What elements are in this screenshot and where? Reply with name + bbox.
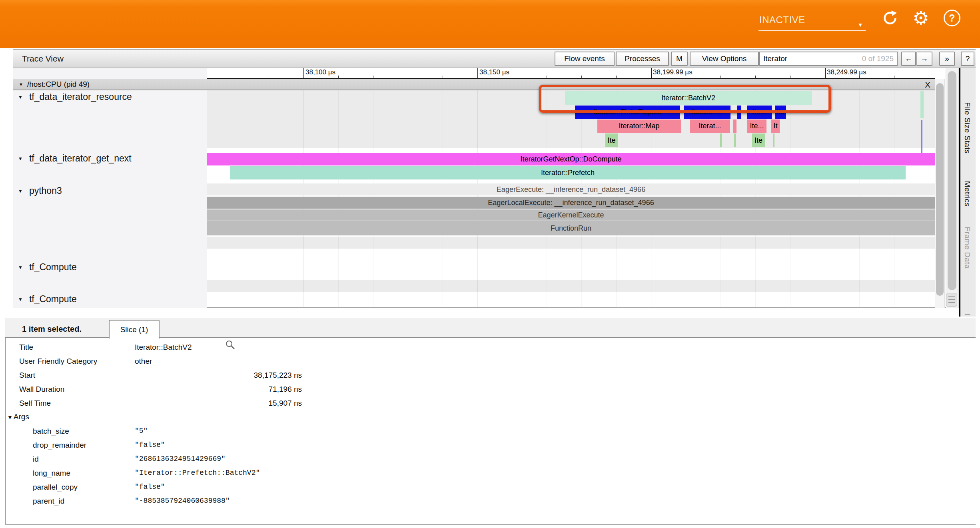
app-bar: INACTIVE ▼ ⚙ ?: [0, 0, 980, 48]
track-row-label[interactable]: ▼python3: [18, 185, 62, 196]
detail-row-value: 15,907 ns: [130, 399, 302, 408]
trace-event[interactable]: IteratorGetNextOp::DoCompute: [207, 153, 935, 165]
track-name: tf_data_iterator_get_next: [29, 153, 132, 164]
args-section-header[interactable]: ▼Args: [7, 412, 29, 421]
ruler-tick-major: [477, 68, 478, 78]
magnifier-icon[interactable]: [225, 340, 236, 350]
trace-event[interactable]: FunctionRun: [207, 221, 935, 235]
ruler-tick-label: 38,199.99 µs: [653, 68, 693, 76]
ruler-tick-minor: [512, 76, 512, 78]
trace-event[interactable]: [733, 120, 736, 133]
ruler-tick-minor: [234, 76, 234, 78]
collapse-triangle-icon: ▼: [7, 414, 13, 420]
run-status-dropdown[interactable]: INACTIVE ▼: [758, 11, 866, 31]
flow-events-button[interactable]: Flow events: [555, 52, 615, 66]
ruler-tick-minor: [929, 76, 929, 78]
row-stripe: [207, 280, 935, 292]
processes-button[interactable]: Processes: [616, 52, 669, 66]
trace-event[interactable]: EagerExecute: __inference_run_dataset_49…: [207, 183, 935, 195]
more-options-button[interactable]: »: [939, 52, 955, 66]
selection-summary: 1 item selected.: [22, 325, 82, 334]
page-title: Trace View: [22, 54, 64, 64]
view-options-button[interactable]: View Options: [690, 52, 759, 66]
ruler-tick-minor: [269, 76, 269, 78]
args-label: Args: [14, 412, 29, 421]
collapse-triangle-icon: ▼: [18, 94, 23, 100]
track-row-label[interactable]: ▼tf_Compute: [18, 294, 77, 305]
sidebar-tab[interactable]: Frame Data: [963, 227, 972, 269]
search-value: Iterator: [763, 54, 787, 63]
trace-event[interactable]: [720, 133, 722, 147]
ruler-tick-label: 38,249.99 µs: [827, 68, 866, 76]
row-stripe: [207, 237, 935, 249]
scroll-corner-grip[interactable]: [946, 293, 957, 307]
arg-row-label: long_name: [33, 469, 70, 478]
process-group-label: /host:CPU (pid 49): [27, 80, 90, 89]
trace-event[interactable]: EagerKernelExecute: [207, 209, 935, 221]
ruler-left-gutter: [13, 68, 207, 79]
ruler-tick-major: [303, 68, 304, 78]
toolbar-help-button[interactable]: ?: [961, 52, 974, 66]
ruler-tick-minor: [755, 76, 756, 78]
detail-row-value: other: [135, 357, 152, 366]
arg-row-value: "false": [135, 441, 165, 449]
arg-row-label: parent_id: [33, 497, 64, 506]
trace-event[interactable]: Ite: [605, 133, 618, 147]
ruler-tick-minor: [581, 76, 582, 78]
status-label: INACTIVE: [759, 14, 805, 26]
trace-event[interactable]: Ite: [752, 133, 765, 147]
detail-row-label: Start: [19, 371, 35, 380]
ruler-tick-minor: [373, 76, 373, 78]
track-name: tf_data_iterator_resource: [29, 92, 132, 102]
refresh-icon[interactable]: [881, 9, 899, 27]
collapse-triangle-icon: ▼: [18, 297, 23, 302]
trace-event[interactable]: [773, 133, 774, 147]
inner-scrollbar-thumb[interactable]: [936, 83, 944, 296]
collapse-triangle-icon: ▼: [18, 265, 23, 270]
track-row-label[interactable]: ▼tf_data_iterator_resource: [18, 92, 132, 102]
find-next-button[interactable]: →: [916, 52, 932, 66]
arg-row-value: "-8853857924060639988": [135, 497, 230, 505]
track-row-label[interactable]: ▼tf_Compute: [18, 262, 77, 273]
arg-row-label: id: [33, 455, 39, 464]
trace-toolbar: Trace View Flow events Processes M View …: [13, 49, 976, 68]
ruler-tick-minor: [721, 76, 721, 78]
trace-event[interactable]: EagerLocalExecute: __inference_run_datas…: [207, 197, 935, 209]
ruler-tick-minor: [408, 76, 408, 78]
search-result-count: 0 of 1925: [862, 54, 894, 63]
trace-event[interactable]: [734, 133, 736, 147]
outer-scrollbar-thumb[interactable]: [948, 71, 956, 290]
trace-event[interactable]: [920, 91, 924, 118]
ruler-tick-minor: [443, 76, 443, 78]
sidebar-tab[interactable]: I: [963, 313, 972, 316]
detail-row-label: User Friendly Category: [19, 357, 97, 366]
ruler-tick-major: [825, 68, 826, 78]
tab-slice[interactable]: Slice (1): [109, 320, 160, 339]
trace-event[interactable]: Iterator::Map: [597, 120, 681, 133]
search-input[interactable]: Iterator 0 of 1925: [759, 52, 898, 66]
track-name: tf_Compute: [29, 262, 77, 273]
close-icon[interactable]: X: [922, 80, 933, 90]
arg-row-label: batch_size: [33, 427, 69, 436]
ruler-tick-minor: [790, 76, 790, 78]
selected-event-highlight: [539, 85, 831, 113]
detail-row-value: 38,175,223 ns: [130, 371, 302, 380]
sidebar-tab[interactable]: Metrics: [963, 181, 972, 207]
arg-row-label: drop_remainder: [33, 441, 86, 450]
trace-event[interactable]: Iterator::Prefetch: [230, 166, 906, 179]
detail-row-value: 71,196 ns: [130, 385, 302, 394]
ruler-tick-minor: [616, 76, 617, 78]
find-previous-button[interactable]: ←: [901, 52, 916, 66]
ruler-baseline: [207, 78, 935, 79]
detail-row-value: Iterator::BatchV2: [135, 343, 192, 352]
trace-viewer-page: INACTIVE ▼ ⚙ ? Trace View Flow events Pr…: [0, 0, 980, 528]
trace-event[interactable]: Iterat...: [690, 120, 730, 133]
help-icon[interactable]: ?: [943, 9, 961, 27]
trace-event[interactable]: Ite...: [747, 120, 766, 133]
detail-row-label: Self Time: [19, 399, 51, 408]
sidebar-tab[interactable]: File Size Stats: [963, 102, 972, 154]
trace-event[interactable]: It: [771, 120, 780, 133]
gear-icon[interactable]: ⚙: [912, 9, 930, 27]
metadata-button[interactable]: M: [671, 52, 688, 66]
track-row-label[interactable]: ▼tf_data_iterator_get_next: [18, 153, 132, 164]
